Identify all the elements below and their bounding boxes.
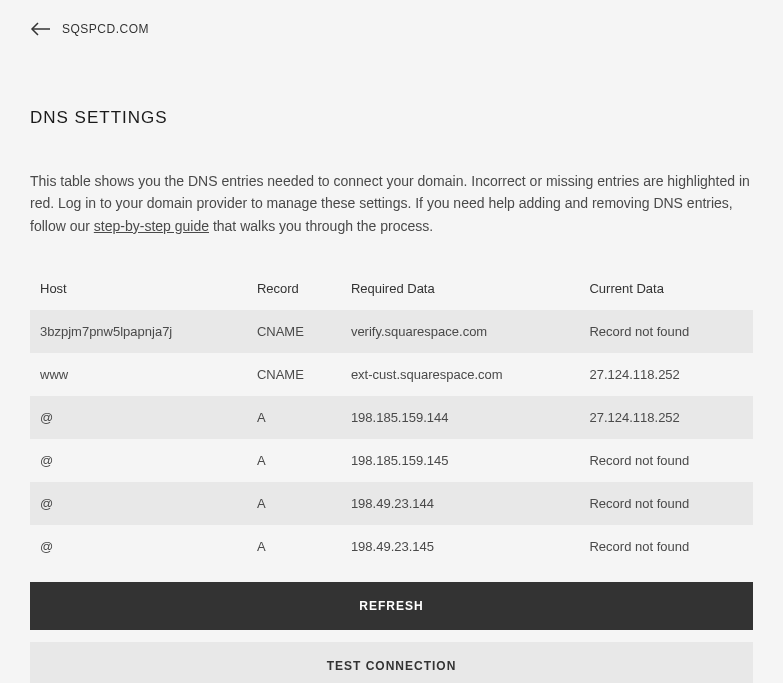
table-row: @A198.49.23.144Record not found <box>30 482 753 525</box>
cell-current: Record not found <box>579 525 753 568</box>
cell-required: 198.49.23.145 <box>341 525 580 568</box>
cell-required: ext-cust.squarespace.com <box>341 353 580 396</box>
header-current: Current Data <box>579 267 753 310</box>
cell-host: @ <box>30 396 247 439</box>
cell-current: 27.124.118.252 <box>579 396 753 439</box>
description-after: that walks you through the process. <box>209 218 433 234</box>
page-title: DNS SETTINGS <box>30 108 753 128</box>
cell-record: A <box>247 482 341 525</box>
breadcrumb-domain[interactable]: SQSPCD.COM <box>62 22 149 36</box>
table-row: @A198.185.159.14427.124.118.252 <box>30 396 753 439</box>
cell-record: A <box>247 396 341 439</box>
cell-required: 198.185.159.144 <box>341 396 580 439</box>
test-connection-button[interactable]: TEST CONNECTION <box>30 642 753 683</box>
table-row: wwwCNAMEext-cust.squarespace.com27.124.1… <box>30 353 753 396</box>
cell-required: 198.185.159.145 <box>341 439 580 482</box>
table-row: @A198.49.23.145Record not found <box>30 525 753 568</box>
dns-table: Host Record Required Data Current Data 3… <box>30 267 753 568</box>
cell-record: CNAME <box>247 353 341 396</box>
cell-record: A <box>247 525 341 568</box>
table-row: 3bzpjm7pnw5lpapnja7jCNAMEverify.squaresp… <box>30 310 753 353</box>
cell-host: www <box>30 353 247 396</box>
refresh-button[interactable]: REFRESH <box>30 582 753 630</box>
cell-current: 27.124.118.252 <box>579 353 753 396</box>
cell-host: 3bzpjm7pnw5lpapnja7j <box>30 310 247 353</box>
cell-record: CNAME <box>247 310 341 353</box>
cell-current: Record not found <box>579 310 753 353</box>
back-arrow-icon[interactable] <box>30 22 50 36</box>
cell-current: Record not found <box>579 482 753 525</box>
cell-required: verify.squarespace.com <box>341 310 580 353</box>
cell-record: A <box>247 439 341 482</box>
table-row: @A198.185.159.145Record not found <box>30 439 753 482</box>
header-record: Record <box>247 267 341 310</box>
cell-host: @ <box>30 439 247 482</box>
cell-host: @ <box>30 525 247 568</box>
header-required: Required Data <box>341 267 580 310</box>
cell-host: @ <box>30 482 247 525</box>
description-text: This table shows you the DNS entries nee… <box>30 170 753 237</box>
cell-current: Record not found <box>579 439 753 482</box>
header-host: Host <box>30 267 247 310</box>
guide-link[interactable]: step-by-step guide <box>94 218 209 234</box>
cell-required: 198.49.23.144 <box>341 482 580 525</box>
